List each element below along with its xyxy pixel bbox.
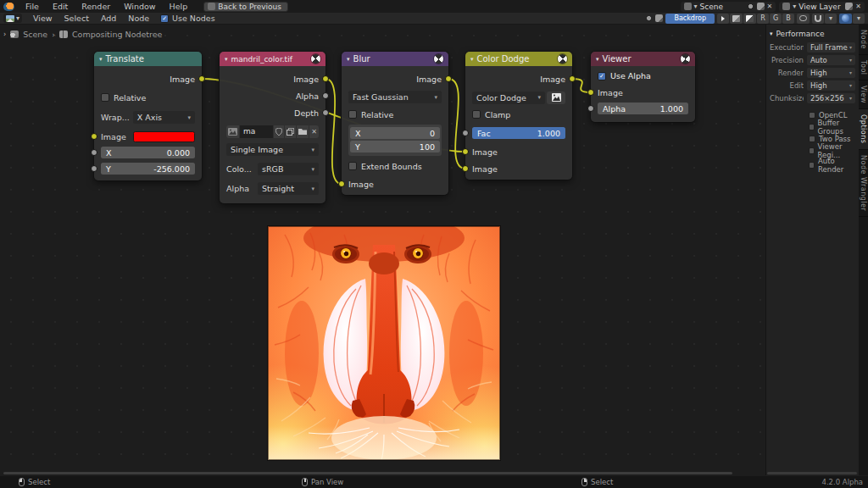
overlays-menu-button[interactable]: ▾ xyxy=(853,14,865,24)
backdrop-toggle[interactable]: Backdrop xyxy=(665,14,715,24)
node-editor-canvas[interactable]: › Scene › Compositing Nodetree xyxy=(0,25,765,475)
tab-tool[interactable]: Tool xyxy=(859,55,868,81)
blue-channel-button[interactable]: B xyxy=(782,14,794,24)
two-pass-checkbox[interactable] xyxy=(809,136,815,142)
unlink-button[interactable]: ✕ xyxy=(309,125,319,138)
clamp-checkbox[interactable] xyxy=(472,110,481,119)
close-icon[interactable]: ✕ xyxy=(767,3,773,10)
close-icon[interactable]: ✕ xyxy=(855,3,861,10)
menu-render[interactable]: Render xyxy=(75,0,116,13)
snap-menu-button[interactable]: ▾ xyxy=(825,14,837,24)
back-to-previous-button[interactable]: Back to Previous xyxy=(203,2,288,12)
socket-depth-output[interactable] xyxy=(322,109,329,116)
relative-checkbox[interactable] xyxy=(101,93,109,102)
socket-image-output[interactable] xyxy=(569,75,576,82)
wrap-dropdown[interactable]: X Axis ▾ xyxy=(133,111,195,124)
image-color-swatch[interactable] xyxy=(133,131,195,142)
editor-type-button[interactable]: ▾ xyxy=(3,14,22,23)
collapse-chevron-icon[interactable]: ▾ xyxy=(347,56,350,63)
socket-image-output[interactable] xyxy=(322,75,329,82)
fake-user-button[interactable] xyxy=(274,125,284,138)
viewer-region-checkbox[interactable] xyxy=(809,147,815,154)
socket-image2-input[interactable] xyxy=(462,165,469,172)
node-blur-header[interactable]: ▾ Blur xyxy=(342,52,448,66)
link-blur-to-mix[interactable] xyxy=(448,79,465,169)
node-viewer[interactable]: ▾ Viewer ✓ Use Alpha Image Alpha 1.000 xyxy=(591,52,695,122)
tab-node[interactable]: Node xyxy=(859,25,868,55)
relative-checkbox[interactable] xyxy=(348,110,357,119)
browse-image-button[interactable] xyxy=(226,125,239,138)
socket-image1-input[interactable] xyxy=(462,148,469,155)
pin-icon[interactable] xyxy=(645,14,653,22)
node-image[interactable]: ▾ mandril_color.tif Image Alpha Depth ma xyxy=(220,52,326,203)
use-alpha-checkbox[interactable]: ✓ xyxy=(598,72,606,80)
chunksize-dropdown[interactable]: 256×256 ▾ xyxy=(807,93,855,103)
alpha-dropdown[interactable]: Straight ▾ xyxy=(258,182,319,195)
x-slider[interactable]: X 0 xyxy=(350,127,440,139)
fac-slider[interactable]: Fac 1.000 xyxy=(472,127,565,139)
execution-dropdown[interactable]: Full Frame ▾ xyxy=(807,42,855,53)
socket-image-input[interactable] xyxy=(338,180,345,187)
precision-dropdown[interactable]: Auto ▾ xyxy=(807,55,855,65)
socket-alpha-output[interactable] xyxy=(322,92,329,99)
preview-sphere-icon[interactable] xyxy=(309,53,323,66)
source-dropdown[interactable]: Single Image ▾ xyxy=(226,143,319,156)
collapse-chevron-icon[interactable]: ▾ xyxy=(470,56,474,63)
menu-select[interactable]: Select xyxy=(58,12,95,25)
new-scene-icon[interactable] xyxy=(757,3,765,10)
socket-image-input[interactable] xyxy=(91,133,97,140)
socket-image-input[interactable] xyxy=(587,89,594,96)
open-folder-button[interactable] xyxy=(297,125,309,138)
node-image-header[interactable]: ▾ mandril_color.tif xyxy=(220,52,326,66)
extend-bounds-checkbox[interactable] xyxy=(348,162,357,170)
y-slider[interactable]: Y -256.000 xyxy=(101,163,195,175)
menu-window[interactable]: Window xyxy=(118,0,161,13)
swap-image-button[interactable] xyxy=(547,92,565,104)
colorspace-dropdown[interactable]: sRGB ▾ xyxy=(258,163,319,175)
node-blur[interactable]: ▾ Blur Image Fast Gaussian ▾ Relative X … xyxy=(342,52,448,195)
performance-panel-header[interactable]: ▾ Performance xyxy=(770,28,855,40)
blender-logo-icon[interactable] xyxy=(3,3,14,11)
blend-mode-dropdown[interactable]: Color Dodge ▾ xyxy=(472,92,545,104)
preview-sphere-icon[interactable] xyxy=(679,53,693,66)
view-layer-selector[interactable]: ▾ View Layer ✕ xyxy=(779,2,865,12)
green-channel-button[interactable]: G xyxy=(770,14,782,24)
use-nodes-checkbox[interactable]: ✓ xyxy=(160,14,169,23)
new-layer-icon[interactable] xyxy=(845,3,853,10)
sidebar-scrollbar[interactable] xyxy=(767,472,857,474)
y-slider[interactable]: Y 100 xyxy=(350,141,440,152)
x-slider[interactable]: X 0.000 xyxy=(101,147,195,158)
tab-node-wrangler[interactable]: Node Wrangler xyxy=(859,150,868,217)
menu-file[interactable]: File xyxy=(19,0,45,13)
socket-image-output[interactable] xyxy=(198,75,205,82)
node-translate-header[interactable]: ▾ Translate xyxy=(94,52,202,66)
socket-fac-input[interactable] xyxy=(462,130,469,136)
node-mix[interactable]: ▾ Color Dodge Image Color Dodge ▾ Clamp xyxy=(465,52,572,180)
edit-dropdown[interactable]: High ▾ xyxy=(807,80,855,91)
snap-button[interactable] xyxy=(812,14,824,24)
socket-y-input[interactable] xyxy=(91,165,97,172)
node-translate[interactable]: ▾ Translate Image Relative Wrap... X Axi… xyxy=(94,52,202,180)
node-viewer-header[interactable]: ▾ Viewer xyxy=(591,52,695,66)
opencl-checkbox[interactable] xyxy=(809,112,815,119)
socket-alpha-input[interactable] xyxy=(587,105,594,112)
auto-render-checkbox[interactable] xyxy=(809,162,815,169)
tab-view[interactable]: View xyxy=(859,80,868,109)
menu-node[interactable]: Node xyxy=(122,12,155,25)
pin-icon[interactable] xyxy=(747,3,754,10)
menu-help[interactable]: Help xyxy=(164,0,194,13)
new-image-icon[interactable] xyxy=(655,14,663,22)
collapse-chevron-icon[interactable]: ▾ xyxy=(99,56,103,63)
preview-sphere-icon[interactable] xyxy=(432,53,446,66)
socket-x-input[interactable] xyxy=(91,149,97,156)
alpha-slider[interactable]: Alpha 1.000 xyxy=(598,103,688,114)
preview-sphere-icon[interactable] xyxy=(556,53,570,66)
color-alpha-channel-button[interactable] xyxy=(743,14,756,24)
overlays-button[interactable] xyxy=(839,14,852,24)
buffer-groups-checkbox[interactable] xyxy=(809,124,815,130)
scene-selector[interactable]: ▾ Scene ✕ xyxy=(681,2,776,12)
horizontal-scrollbar[interactable] xyxy=(3,472,732,474)
menu-view[interactable]: View xyxy=(27,12,58,25)
filter-dropdown[interactable]: Fast Gaussian ▾ xyxy=(348,91,442,103)
menu-edit[interactable]: Edit xyxy=(47,0,74,13)
